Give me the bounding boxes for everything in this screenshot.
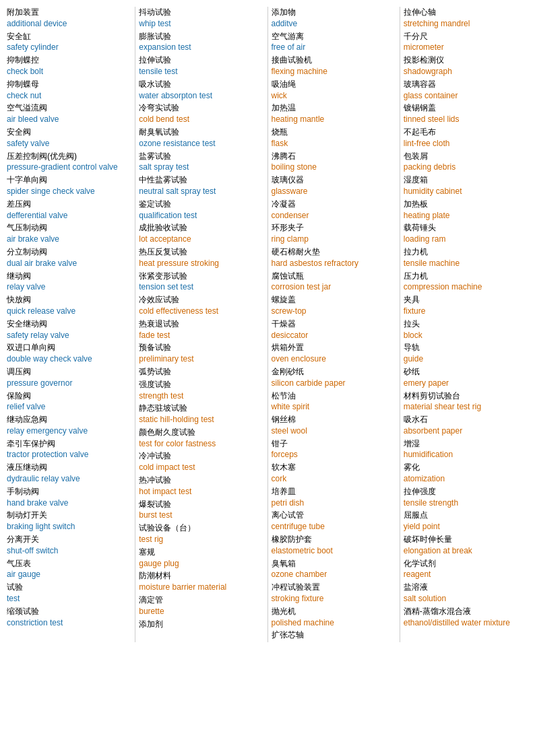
chinese-term: 抖动试验 <box>139 7 263 18</box>
english-term: oven enclosure <box>272 353 396 365</box>
list-item: 盐雾试验salt spray test <box>139 151 263 174</box>
list-item: 玻璃仪器glassware <box>272 174 396 197</box>
list-item: 试验test <box>7 582 131 605</box>
list-item: 钳子forceps <box>272 438 396 461</box>
chinese-term: 钢丝棉 <box>272 414 396 425</box>
english-term: white spirit <box>272 401 396 413</box>
chinese-term: 拉伸强度 <box>404 486 528 497</box>
list-item: 不起毛布lint-free cloth <box>404 127 528 149</box>
english-term: expansion test <box>139 42 263 53</box>
list-item: 离心试管centrifuge tube <box>272 510 396 532</box>
list-item: 环形夹子ring clamp <box>272 222 396 245</box>
english-term: ethanol/distilled water mixture <box>404 617 528 629</box>
list-item: 投影检测仪shadowgraph <box>404 55 528 77</box>
english-term: air gauge <box>7 569 131 580</box>
chinese-term: 试验 <box>7 582 131 593</box>
english-term: compression machine <box>404 281 528 293</box>
english-term: safety valve <box>7 138 131 149</box>
english-term: salt spray test <box>139 162 263 173</box>
list-item: 屈服点yield point <box>404 510 528 532</box>
chinese-term: 拉力机 <box>404 246 528 258</box>
chinese-term: 颜色耐久度试验 <box>139 427 263 438</box>
list-item: 热压反复试验heat pressure stroking <box>139 246 263 269</box>
english-term: gauge plug <box>139 558 263 570</box>
chinese-term: 双进口单向阀 <box>7 342 131 353</box>
chinese-term: 冷冲试验 <box>139 450 263 462</box>
list-item: 扩张芯轴 <box>272 629 396 641</box>
english-term: steel wool <box>272 425 396 437</box>
chinese-term: 拉伸试验 <box>139 55 263 66</box>
list-item: 分立制动阀dual air brake valve <box>7 246 131 269</box>
english-term: elastometric boot <box>272 545 396 557</box>
chinese-term: 压差控制阀(优先阀) <box>7 151 131 162</box>
list-item: 金刚砂纸silicon carbide paper <box>272 366 396 389</box>
chinese-term: 张紧变形试验 <box>139 271 263 282</box>
list-item: 拉头block <box>404 318 528 341</box>
english-term: relief valve <box>7 401 131 413</box>
chinese-term: 热压反复试验 <box>139 246 263 258</box>
chinese-term: 调压阀 <box>7 366 131 378</box>
english-term: water absorpton test <box>139 90 263 102</box>
column-1: 附加装置additional device安全缸safety cylinder抑… <box>3 7 135 642</box>
chinese-term: 抑制蝶控 <box>7 55 131 66</box>
chinese-term: 成批验收试验 <box>139 222 263 234</box>
english-term: heating mantle <box>272 114 396 125</box>
chinese-term: 预备试验 <box>139 342 263 353</box>
english-term: atomization <box>404 473 528 485</box>
chinese-term: 分离开关 <box>7 534 131 545</box>
list-item: 抖动试验whip test <box>139 7 263 30</box>
english-term: flask <box>272 138 396 149</box>
english-term: safety cylinder <box>7 42 131 53</box>
list-item: 吸油绳wick <box>272 79 396 102</box>
chinese-term: 螺旋盖 <box>272 294 396 306</box>
chinese-term: 安全阀 <box>7 127 131 138</box>
chinese-term: 硬石棉耐火垫 <box>272 246 396 258</box>
english-term: hand brake valve <box>7 497 131 509</box>
list-item: 安全缸safety cylinder <box>7 31 131 54</box>
list-item: 抑制蝶控check bolt <box>7 55 131 77</box>
list-item: 气压表air gauge <box>7 558 131 581</box>
english-term: hot impact test <box>139 486 263 497</box>
english-term: air brake valve <box>7 234 131 245</box>
list-item: 添加剂 <box>139 619 263 630</box>
chinese-term: 橡胶防护套 <box>272 534 396 545</box>
list-item: 空气溢流阀air bleed valve <box>7 102 131 125</box>
chinese-term: 破坏时伸长量 <box>404 534 528 545</box>
chinese-term: 松节油 <box>272 390 396 402</box>
chinese-term: 膨胀试验 <box>139 31 263 42</box>
chinese-term: 安全缸 <box>7 31 131 42</box>
english-term: check nut <box>7 90 131 102</box>
english-term: dydraulic relay valve <box>7 473 131 485</box>
list-item: 耐臭氧试验ozone resistance test <box>139 127 263 149</box>
list-item: 手制动阀hand brake valve <box>7 486 131 509</box>
english-term: tensile test <box>139 66 263 77</box>
list-item: 拉伸强度tensile strength <box>404 486 528 509</box>
list-item: 成批验收试验lot acceptance <box>139 222 263 245</box>
english-term: preliminary test <box>139 353 263 365</box>
list-item: 试验设备（台）test rig <box>139 522 263 545</box>
list-item: 张紧变形试验tension set test <box>139 271 263 294</box>
english-term: double way check valve <box>7 353 131 365</box>
list-item: 热冲试验hot impact test <box>139 475 263 497</box>
english-term: relay valve <box>7 281 131 293</box>
list-item: 吸水石absorbent paper <box>404 414 528 437</box>
english-term: defferential valve <box>7 210 131 221</box>
list-item: 盐溶液salt solution <box>404 582 528 605</box>
english-term: reagent <box>404 569 528 580</box>
chinese-term: 酒精-蒸馏水混合液 <box>404 606 528 617</box>
chinese-term: 材料剪切试验台 <box>404 390 528 402</box>
english-term: forceps <box>272 449 396 460</box>
english-term: centrifuge tube <box>272 521 396 532</box>
english-term: check bolt <box>7 66 131 77</box>
list-item: 冷效应试验cold effectiveness test <box>139 294 263 317</box>
english-term: fixture <box>404 306 528 317</box>
english-term: corrosion test jar <box>272 281 396 293</box>
chinese-term: 沸腾石 <box>272 151 396 162</box>
list-item: 增湿humidification <box>404 438 528 461</box>
chinese-term: 压力机 <box>404 271 528 282</box>
list-item: 腐蚀试瓶corrosion test jar <box>272 271 396 294</box>
english-term: micrometer <box>404 42 528 53</box>
chinese-term: 抑制蝶母 <box>7 79 131 90</box>
chinese-term: 滴定管 <box>139 594 263 606</box>
list-item: 颜色耐久度试验test for color fastness <box>139 427 263 450</box>
